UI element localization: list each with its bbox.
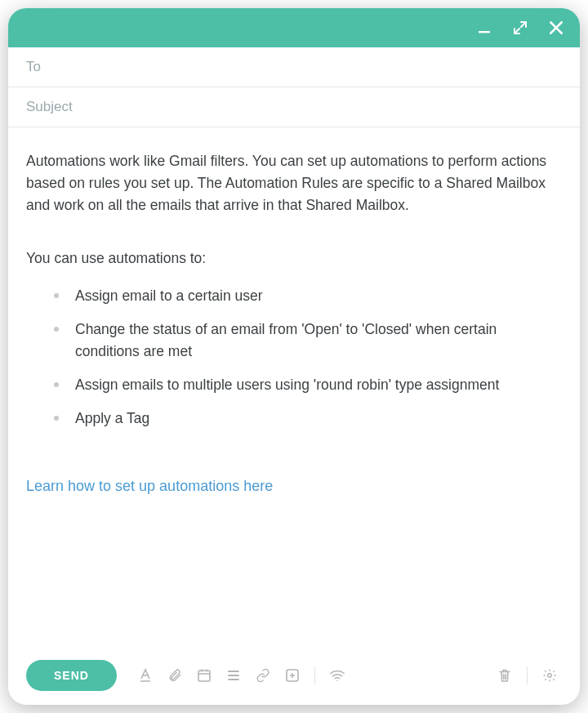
list-item: Assign emails to multiple users using 'r… [65, 374, 562, 408]
list-item: Apply a Tag [65, 408, 562, 441]
svg-rect-1 [198, 671, 210, 681]
gear-icon [542, 668, 557, 683]
link-icon [256, 668, 270, 683]
body-lead: You can use automations to: [26, 247, 562, 270]
list-icon [226, 668, 241, 683]
svg-point-3 [336, 680, 338, 681]
learn-more-link[interactable]: Learn how to set up automations here [26, 475, 273, 498]
signature-button[interactable] [325, 663, 350, 688]
message-body[interactable]: Automations work like Gmail filters. You… [8, 127, 580, 646]
subject-input[interactable] [26, 99, 562, 115]
to-input[interactable] [26, 59, 562, 75]
close-icon [549, 20, 564, 35]
body-bullet-list: Assign email to a certain user Change th… [26, 285, 562, 442]
minimize-button[interactable] [475, 19, 493, 37]
svg-point-4 [548, 674, 552, 678]
toolbar-divider [314, 666, 315, 684]
body-intro: Automations work like Gmail filters. You… [26, 150, 562, 216]
trash-icon [497, 668, 512, 683]
to-field-row [8, 47, 580, 87]
text-format-icon [138, 668, 153, 683]
paperclip-icon [167, 668, 182, 683]
wifi-icon [329, 668, 345, 683]
svg-rect-0 [479, 31, 490, 33]
insert-link-button[interactable] [251, 663, 275, 688]
subject-field-row [8, 87, 580, 127]
settings-button[interactable] [537, 663, 562, 688]
expand-icon [514, 21, 527, 34]
calendar-icon [197, 668, 212, 683]
close-button[interactable] [547, 19, 565, 37]
attach-button[interactable] [163, 663, 187, 688]
minimize-icon [478, 21, 491, 34]
discard-button[interactable] [492, 663, 517, 688]
insert-button[interactable] [280, 663, 305, 688]
toolbar-divider [527, 666, 528, 684]
header-fields [8, 47, 580, 127]
list-item: Change the status of an email from 'Open… [65, 319, 562, 374]
window-header [8, 8, 580, 47]
plus-square-icon [285, 668, 300, 683]
send-button[interactable]: SEND [26, 660, 117, 691]
compose-window: Automations work like Gmail filters. You… [8, 8, 580, 705]
schedule-button[interactable] [192, 663, 216, 688]
canned-response-button[interactable] [221, 663, 246, 688]
expand-button[interactable] [511, 19, 529, 37]
list-item: Assign email to a certain user [65, 285, 562, 319]
compose-toolbar: SEND [8, 646, 580, 705]
text-format-button[interactable] [133, 663, 158, 688]
